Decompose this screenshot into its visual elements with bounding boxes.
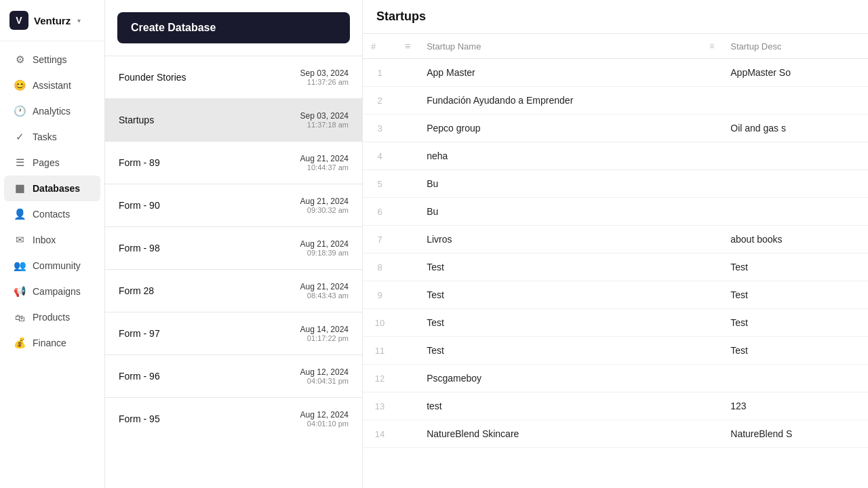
middle-panel: Create Database Founder Stories Sep 03, … [105, 0, 363, 488]
row-startup-desc: Oil and gas s [722, 115, 868, 142]
col-header-startup-name[interactable]: Startup Name ≡ [418, 34, 722, 59]
table-row[interactable]: 4 neha [363, 142, 868, 170]
sidebar-label-contacts: Contacts [33, 209, 70, 220]
db-name: Form - 98 [119, 243, 160, 253]
db-date: Aug 21, 2024 08:43:43 am [300, 282, 349, 300]
row-num: 11 [363, 337, 397, 365]
logo-area[interactable]: V Venturz ▾ [0, 0, 104, 41]
row-startup-name: Test [418, 337, 722, 365]
row-startup-name: Pscgameboy [418, 365, 722, 392]
col-menu-icon[interactable]: ≡ [405, 41, 410, 52]
row-menu [397, 87, 418, 115]
row-num: 2 [363, 87, 397, 115]
sidebar-item-products[interactable]: 🛍 Products [4, 304, 100, 330]
sidebar-item-settings[interactable]: ⚙ Settings [4, 47, 100, 73]
row-menu [397, 115, 418, 142]
table-row[interactable]: 3 Pepco group Oil and gas s [363, 115, 868, 142]
table-row[interactable]: 12 Pscgameboy [363, 365, 868, 392]
sidebar-item-pages[interactable]: ☰ Pages [4, 150, 100, 176]
database-list-item[interactable]: Startups Sep 03, 2024 11:37:18 am [105, 98, 362, 141]
database-list-item[interactable]: Form - 95 Aug 12, 2024 04:01:10 pm [105, 397, 362, 440]
inbox-icon: ✉ [14, 234, 26, 246]
table-row[interactable]: 5 Bu [363, 170, 868, 198]
table-header-row: # ≡ Startup Name ≡ Startup Desc [363, 34, 868, 59]
row-startup-desc: Test [722, 309, 868, 337]
db-date: Aug 21, 2024 10:44:37 am [300, 154, 349, 171]
table-row[interactable]: 1 App Master AppMaster So [363, 59, 868, 87]
analytics-icon: 🕐 [14, 105, 26, 117]
sidebar-label-databases: Databases [33, 183, 80, 194]
database-list-item[interactable]: Form - 98 Aug 21, 2024 09:18:39 am [105, 226, 362, 269]
sidebar-label-settings: Settings [33, 54, 67, 65]
database-list-item[interactable]: Form - 96 Aug 12, 2024 04:04:31 pm [105, 354, 362, 397]
col-filter-icon[interactable]: ≡ [709, 41, 714, 51]
sidebar-label-tasks: Tasks [33, 131, 57, 142]
startups-table: # ≡ Startup Name ≡ Startup Desc [363, 34, 868, 448]
sidebar-item-campaigns[interactable]: 📢 Campaigns [4, 279, 100, 304]
row-startup-desc: Test [722, 281, 868, 309]
row-startup-desc [722, 198, 868, 226]
col-header-num: # [363, 34, 397, 59]
row-startup-name: NatureBlend Skincare [418, 420, 722, 448]
sidebar: V Venturz ▾ ⚙ Settings 😊 Assistant 🕐 Ana… [0, 0, 105, 488]
table-row[interactable]: 13 test 123 [363, 392, 868, 420]
sidebar-item-assistant[interactable]: 😊 Assistant [4, 73, 100, 98]
sidebar-label-community: Community [33, 260, 81, 271]
db-name: Form - 90 [119, 200, 160, 211]
db-name: Form - 89 [119, 157, 160, 168]
row-startup-name: Test [418, 253, 722, 281]
row-menu [397, 59, 418, 87]
logo-text: Venturz [34, 15, 71, 26]
row-menu [397, 392, 418, 420]
table-row[interactable]: 8 Test Test [363, 253, 868, 281]
db-name: Startups [119, 115, 154, 125]
sidebar-item-contacts[interactable]: 👤 Contacts [4, 201, 100, 227]
row-startup-name: Test [418, 309, 722, 337]
database-list-item[interactable]: Founder Stories Sep 03, 2024 11:37:26 am [105, 56, 362, 98]
pages-icon: ☰ [14, 157, 26, 169]
row-startup-desc: Test [722, 337, 868, 365]
sidebar-item-databases[interactable]: ▦ Databases [4, 176, 100, 201]
table-row[interactable]: 2 Fundación Ayudando a Emprender [363, 87, 868, 115]
sidebar-item-finance[interactable]: 💰 Finance [4, 330, 100, 356]
row-num: 4 [363, 142, 397, 170]
sidebar-item-analytics[interactable]: 🕐 Analytics [4, 98, 100, 124]
row-menu [397, 337, 418, 365]
row-startup-desc: NatureBlend S [722, 420, 868, 448]
sidebar-label-analytics: Analytics [33, 106, 71, 117]
row-menu [397, 253, 418, 281]
table-row[interactable]: 6 Bu [363, 198, 868, 226]
db-date: Aug 14, 2024 01:17:22 pm [300, 325, 349, 342]
db-name: Form - 96 [119, 371, 160, 382]
row-startup-name: Bu [418, 198, 722, 226]
row-startup-desc: 123 [722, 392, 868, 420]
table-row[interactable]: 7 Livros about books [363, 226, 868, 253]
row-startup-name: Test [418, 281, 722, 309]
create-database-button[interactable]: Create Database [117, 12, 350, 43]
col-header-startup-desc[interactable]: Startup Desc [722, 34, 868, 59]
database-list-item[interactable]: Form - 89 Aug 21, 2024 10:44:37 am [105, 141, 362, 184]
row-startup-desc [722, 87, 868, 115]
row-startup-name: Bu [418, 170, 722, 198]
database-list-item[interactable]: Form - 90 Aug 21, 2024 09:30:32 am [105, 184, 362, 226]
row-num: 10 [363, 309, 397, 337]
sidebar-item-community[interactable]: 👥 Community [4, 253, 100, 279]
db-date: Aug 12, 2024 04:04:31 pm [300, 367, 349, 385]
contacts-icon: 👤 [14, 208, 26, 220]
sidebar-item-inbox[interactable]: ✉ Inbox [4, 227, 100, 253]
tasks-icon: ✓ [14, 131, 26, 143]
row-startup-desc [722, 142, 868, 170]
row-menu [397, 198, 418, 226]
database-list-item[interactable]: Form - 97 Aug 14, 2024 01:17:22 pm [105, 312, 362, 354]
main-content: Startups # ≡ Startup Name ≡ Startup Des [363, 0, 868, 488]
database-list-item[interactable]: Form 28 Aug 21, 2024 08:43:43 am [105, 269, 362, 312]
table-row[interactable]: 11 Test Test [363, 337, 868, 365]
products-icon: 🛍 [14, 311, 26, 323]
table-row[interactable]: 10 Test Test [363, 309, 868, 337]
sidebar-item-tasks[interactable]: ✓ Tasks [4, 124, 100, 150]
table-container: # ≡ Startup Name ≡ Startup Desc [363, 34, 868, 488]
table-row[interactable]: 9 Test Test [363, 281, 868, 309]
row-startup-desc [722, 170, 868, 198]
table-row[interactable]: 14 NatureBlend Skincare NatureBlend S [363, 420, 868, 448]
db-date: Aug 21, 2024 09:30:32 am [300, 197, 349, 214]
